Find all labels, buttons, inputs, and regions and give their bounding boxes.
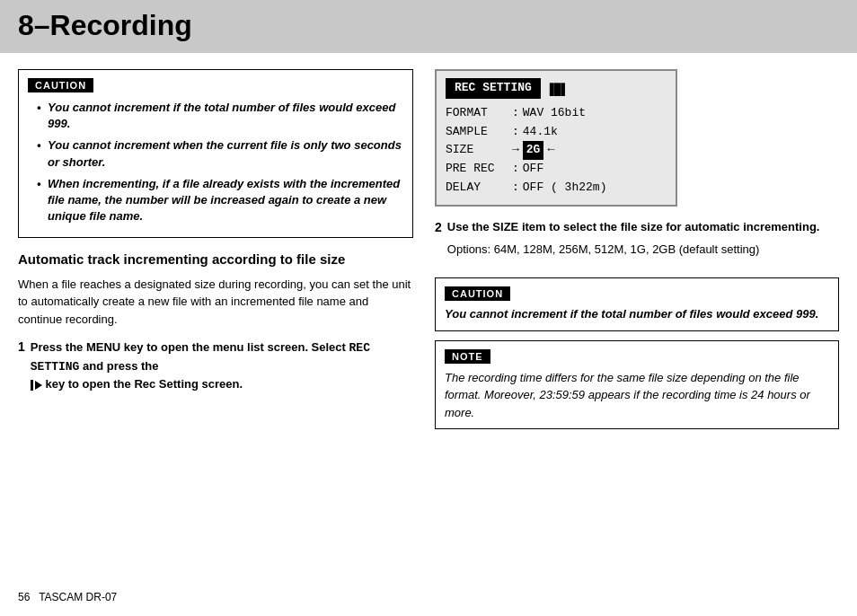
- right-column: REC SETTING ▐█▌ FORMAT : WAV 16bit SAMPL…: [435, 69, 839, 438]
- screen-row-size: SIZE → 2G ←: [446, 141, 667, 160]
- prerec-label: PRE REC: [446, 160, 508, 179]
- battery-icon: ▐█▌: [546, 80, 569, 100]
- sample-value: 44.1k: [523, 123, 558, 142]
- caution-item-2: You cannot increment when the current fi…: [37, 137, 403, 170]
- note-section-right: NOTE The recording time differs for the …: [435, 340, 839, 430]
- page-footer: 56 TASCAM DR-07: [18, 591, 117, 603]
- step-1-text-part2: and press the: [79, 359, 158, 373]
- size-arrow-right: →: [512, 141, 519, 160]
- caution-label-left: CAUTION: [28, 78, 93, 92]
- screen-row-prerec: PRE REC : OFF: [446, 160, 667, 179]
- body-text: When a file reaches a designated size du…: [18, 276, 413, 329]
- step-1-text-part3: key to open the Rec Setting screen.: [45, 377, 243, 391]
- product-name: TASCAM DR-07: [39, 591, 117, 603]
- note-label-right: NOTE: [445, 349, 490, 364]
- step-2: 2 Use the SIZE item to select the file s…: [435, 219, 839, 269]
- screen-header-row: REC SETTING ▐█▌: [446, 78, 667, 102]
- left-column: CAUTION You cannot increment if the tota…: [18, 69, 413, 438]
- caution-section-right: CAUTION You cannot increment if the tota…: [435, 277, 839, 330]
- page-number: 56: [18, 591, 30, 603]
- screen-row-delay: DELAY : OFF ( 3h22m): [446, 179, 667, 198]
- page-content: CAUTION You cannot increment if the tota…: [0, 69, 857, 438]
- size-arrow-left: ←: [547, 141, 554, 160]
- step-1-number: 1: [18, 339, 25, 354]
- caution-label-right: CAUTION: [445, 286, 510, 301]
- page-title: 8–Recording: [18, 9, 839, 42]
- size-value-highlight: 2G: [523, 141, 544, 160]
- step-2-number: 2: [435, 220, 442, 234]
- step-2-options: Options: 64M, 128M, 256M, 512M, 1G, 2GB …: [447, 241, 839, 259]
- caution-list: You cannot increment if the total number…: [28, 100, 403, 224]
- sample-label: SAMPLE: [446, 123, 508, 142]
- format-label: FORMAT: [446, 104, 508, 123]
- step-2-heading: Use the SIZE item to select the file siz…: [447, 219, 839, 235]
- page-header: 8–Recording: [0, 0, 857, 53]
- format-colon: :: [512, 104, 519, 123]
- screen-row-sample: SAMPLE : 44.1k: [446, 123, 667, 142]
- note-text-right: The recording time differs for the same …: [445, 369, 829, 422]
- caution-section-left: CAUTION You cannot increment if the tota…: [18, 69, 413, 238]
- delay-colon: :: [512, 179, 519, 198]
- caution-text-right: You cannot increment if the total number…: [445, 306, 829, 322]
- step-1-text: Press the MENU key to open the menu list…: [31, 339, 413, 393]
- size-label: SIZE: [446, 141, 508, 160]
- step-1-text-part1: Press the MENU key to open the menu list…: [31, 340, 349, 354]
- caution-item-3: When incrementing, if a file already exi…: [37, 176, 403, 225]
- delay-label: DELAY: [446, 179, 508, 198]
- step-2-text: Use the SIZE item to select the file siz…: [447, 219, 839, 269]
- prerec-value: OFF: [523, 160, 543, 179]
- delay-value: OFF ( 3h22m): [523, 179, 607, 198]
- step-1: 1 Press the MENU key to open the menu li…: [18, 339, 413, 393]
- screen-row-format: FORMAT : WAV 16bit: [446, 104, 667, 123]
- screen-title: REC SETTING: [446, 78, 541, 99]
- bar-icon: [31, 380, 33, 391]
- step-1-play-bar-icon: [31, 377, 46, 391]
- prerec-colon: :: [512, 160, 519, 179]
- play-icon: [35, 381, 42, 390]
- section-heading: Automatic track incrementing according t…: [18, 251, 413, 268]
- caution-item-1: You cannot increment if the total number…: [37, 100, 403, 132]
- device-screen: REC SETTING ▐█▌ FORMAT : WAV 16bit SAMPL…: [435, 69, 677, 207]
- sample-colon: :: [512, 123, 519, 142]
- format-value: WAV 16bit: [523, 104, 586, 123]
